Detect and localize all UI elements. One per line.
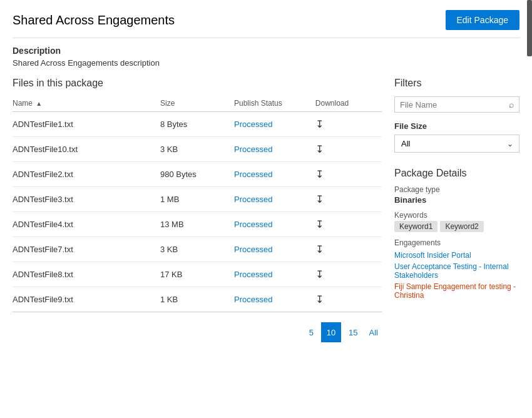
file-size-cell: 8 Bytes: [160, 112, 234, 137]
table-row: ADNTestFile10.txt 3 KB Processed ↧: [13, 137, 382, 162]
col-header-size[interactable]: Size: [160, 95, 234, 112]
pagination: 51015All: [13, 322, 382, 349]
col-header-download: Download: [315, 95, 382, 112]
table-row: ADNTestFile1.txt 8 Bytes Processed ↧: [13, 112, 382, 137]
file-status-cell: Processed: [234, 212, 315, 237]
pagination-button-15[interactable]: 15: [345, 325, 361, 340]
file-download-cell: ↧: [315, 137, 382, 162]
file-size-cell: 980 Bytes: [160, 162, 234, 187]
file-size-cell: 13 MB: [160, 212, 234, 237]
table-row: ADNTestFile2.txt 980 Bytes Processed ↧: [13, 162, 382, 187]
download-icon[interactable]: ↧: [315, 268, 324, 280]
files-table: Name ▲ Size Publish Status Download ADNT…: [13, 95, 382, 312]
file-size-select[interactable]: All< 1 KB1 KB - 1 MB> 1 MB: [394, 135, 519, 153]
table-header-row: Name ▲ Size Publish Status Download: [13, 95, 382, 112]
download-icon[interactable]: ↧: [315, 293, 324, 305]
file-download-cell: ↧: [315, 287, 382, 312]
file-name-cell: ADNTestFile7.txt: [13, 237, 160, 262]
file-name-cell: ADNTestFile1.txt: [13, 112, 160, 137]
header-row: Shared Across Engagements Edit Package: [13, 10, 519, 30]
package-details-section: Package Details Package type Binaries Ke…: [394, 168, 519, 300]
file-size-cell: 3 KB: [160, 237, 234, 262]
file-name-search-input[interactable]: [400, 100, 509, 110]
file-download-cell: ↧: [315, 162, 382, 187]
keywords-label: Keywords: [394, 211, 519, 220]
file-size-label: File Size: [394, 121, 519, 131]
file-status-cell: Processed: [234, 137, 315, 162]
main-layout: Files in this package Name ▲ Size Publis…: [13, 78, 519, 349]
keyword-tag: Keyword1: [394, 221, 437, 232]
search-box: ⌕: [394, 96, 519, 113]
keyword-tag: Keyword2: [440, 221, 483, 232]
package-details-title: Package Details: [394, 168, 519, 179]
download-icon[interactable]: ↧: [315, 168, 324, 180]
file-download-cell: ↧: [315, 237, 382, 262]
col-header-publish-status[interactable]: Publish Status: [234, 95, 315, 112]
file-name-cell: ADNTestFile9.txt: [13, 287, 160, 312]
pagination-button-All[interactable]: All: [366, 325, 382, 340]
file-size-cell: 17 KB: [160, 262, 234, 287]
engagement-item[interactable]: Fiji Sample Engagement for testing - Chr…: [394, 282, 519, 300]
right-panel: Filters ⌕ File Size All< 1 KB1 KB - 1 MB…: [394, 78, 519, 349]
file-download-cell: ↧: [315, 212, 382, 237]
filters-title: Filters: [394, 78, 519, 89]
file-status-cell: Processed: [234, 287, 315, 312]
file-status-cell: Processed: [234, 162, 315, 187]
engagement-item[interactable]: Microsoft Insider Portal: [394, 251, 519, 260]
file-download-cell: ↧: [315, 112, 382, 137]
package-type-label: Package type: [394, 185, 519, 194]
keywords-row: Keyword1Keyword2: [394, 221, 519, 232]
filters-section: Filters ⌕ File Size All< 1 KB1 KB - 1 MB…: [394, 78, 519, 153]
files-tbody: ADNTestFile1.txt 8 Bytes Processed ↧ ADN…: [13, 112, 382, 312]
file-name-cell: ADNTestFile10.txt: [13, 137, 160, 162]
engagements-list: Microsoft Insider PortalUser Acceptance …: [394, 251, 519, 300]
sort-arrow-icon: ▲: [36, 100, 42, 107]
file-name-cell: ADNTestFile4.txt: [13, 212, 160, 237]
engagement-item[interactable]: User Acceptance Testing - Internal Stake…: [394, 262, 519, 280]
table-row: ADNTestFile7.txt 3 KB Processed ↧: [13, 237, 382, 262]
edit-package-button[interactable]: Edit Package: [446, 10, 520, 30]
col-header-name[interactable]: Name ▲: [13, 95, 160, 112]
file-size-select-wrapper: All< 1 KB1 KB - 1 MB> 1 MB ⌄: [394, 135, 519, 153]
file-download-cell: ↧: [315, 262, 382, 287]
file-download-cell: ↧: [315, 187, 382, 212]
table-row: ADNTestFile8.txt 17 KB Processed ↧: [13, 262, 382, 287]
package-type-value: Binaries: [394, 195, 519, 205]
file-status-cell: Processed: [234, 187, 315, 212]
table-row: ADNTestFile4.txt 13 MB Processed ↧: [13, 212, 382, 237]
file-name-cell: ADNTestFile3.txt: [13, 187, 160, 212]
download-icon[interactable]: ↧: [315, 218, 324, 230]
file-size-cell: 1 MB: [160, 187, 234, 212]
description-section: Description Shared Across Engagements de…: [13, 46, 519, 68]
description-text: Shared Across Engagements description: [13, 58, 519, 68]
table-row: ADNTestFile9.txt 1 KB Processed ↧: [13, 287, 382, 312]
pagination-button-5[interactable]: 5: [305, 325, 317, 340]
download-icon[interactable]: ↧: [315, 193, 324, 205]
file-status-cell: Processed: [234, 262, 315, 287]
download-icon[interactable]: ↧: [315, 243, 324, 255]
files-section: Files in this package Name ▲ Size Publis…: [13, 78, 382, 349]
pagination-button-10[interactable]: 10: [321, 322, 341, 342]
file-name-cell: ADNTestFile2.txt: [13, 162, 160, 187]
scrollbar[interactable]: [527, 0, 532, 56]
download-icon[interactable]: ↧: [315, 143, 324, 155]
header-divider: [13, 38, 519, 38]
table-row: ADNTestFile3.txt 1 MB Processed ↧: [13, 187, 382, 212]
file-size-cell: 1 KB: [160, 287, 234, 312]
file-status-cell: Processed: [234, 112, 315, 137]
file-status-cell: Processed: [234, 237, 315, 262]
page-title: Shared Across Engagements: [13, 13, 175, 28]
search-icon: ⌕: [509, 99, 514, 110]
description-label: Description: [13, 46, 519, 56]
engagements-label: Engagements: [394, 238, 519, 247]
file-name-cell: ADNTestFile8.txt: [13, 262, 160, 287]
download-icon[interactable]: ↧: [315, 118, 324, 130]
file-size-cell: 3 KB: [160, 137, 234, 162]
files-section-title: Files in this package: [13, 78, 382, 89]
